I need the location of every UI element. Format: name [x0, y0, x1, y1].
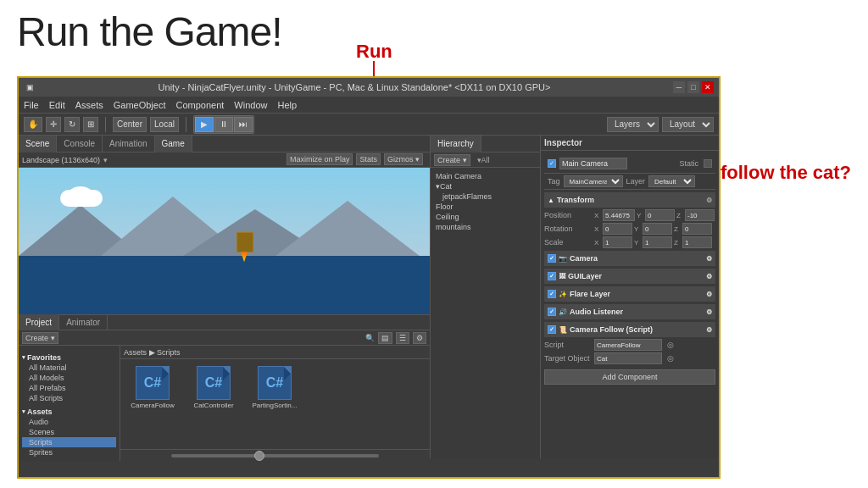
game-viewport [19, 168, 430, 314]
position-row: Position X Y Z [544, 209, 715, 221]
hierarchy-floor[interactable]: Floor [434, 202, 537, 212]
stats-btn[interactable]: Stats [356, 153, 381, 165]
camerafollow-gear[interactable]: ⚙ [706, 326, 712, 334]
menu-assets[interactable]: Assets [75, 100, 103, 110]
project-body: ▾ Favorites All Material All Models [19, 346, 430, 461]
restore-button[interactable]: □ [687, 81, 699, 93]
hierarchy-all[interactable]: ▾All [477, 156, 490, 164]
hierarchy-create-btn[interactable]: Create ▾ [434, 154, 470, 166]
audiolistener-gear[interactable]: ⚙ [706, 308, 712, 316]
rotation-z[interactable] [682, 223, 712, 235]
object-enabled-checkbox[interactable]: ✓ [548, 159, 556, 168]
file-catcontroller[interactable]: C# CatController [188, 366, 239, 409]
tree-scripts[interactable]: Scripts [22, 437, 116, 447]
camera-gear[interactable]: ⚙ [706, 255, 712, 263]
static-checkbox[interactable] [704, 159, 712, 168]
target-icon[interactable]: ◎ [667, 354, 674, 363]
file-label-1: CameraFollow [131, 402, 175, 409]
project-create-btn[interactable]: Create ▾ [22, 332, 58, 344]
camerafollow-component[interactable]: ✓ 📜 Camera Follow (Script) ⚙ [544, 322, 715, 337]
tree-scenes[interactable]: Scenes [22, 427, 116, 437]
center-button[interactable]: Center [113, 117, 147, 132]
menu-window[interactable]: Window [234, 100, 267, 110]
maximize-play-btn[interactable]: Maximize on Play [287, 153, 353, 165]
local-button[interactable]: Local [150, 117, 179, 132]
hierarchy-jetpack[interactable]: jetpackFlames [434, 191, 537, 202]
tree-all-scripts[interactable]: All Scripts [22, 393, 116, 403]
guilayer-component[interactable]: ✓ 🖼 GUILayer ⚙ [544, 269, 715, 284]
transform-section[interactable]: ▲ Transform ⚙ [544, 192, 715, 208]
layer-dropdown[interactable]: Default [648, 175, 695, 187]
tab-console[interactable]: Console [57, 136, 103, 152]
flarelayer-enabled[interactable]: ✓ [548, 290, 556, 298]
camera-enabled[interactable]: ✓ [548, 254, 556, 263]
play-button[interactable]: ▶ [195, 117, 214, 132]
menu-component[interactable]: Component [175, 100, 224, 110]
tab-animation[interactable]: Animation [103, 136, 154, 152]
minimize-button[interactable]: ─ [673, 81, 685, 93]
slider-thumb[interactable] [254, 451, 264, 461]
move-tool[interactable]: ✛ [46, 117, 61, 132]
flarelayer-gear[interactable]: ⚙ [706, 291, 712, 298]
rotate-tool[interactable]: ↻ [64, 117, 80, 132]
project-icon-btn[interactable]: ▤ [378, 332, 392, 344]
flarelayer-component[interactable]: ✓ ✨ Flare Layer ⚙ [544, 286, 715, 302]
menu-gameobject[interactable]: GameObject [114, 100, 166, 110]
rotation-y[interactable] [643, 223, 672, 235]
tag-dropdown[interactable]: MainCamera [564, 175, 623, 187]
script-target-icon[interactable]: ◎ [667, 341, 674, 349]
audiolistener-component[interactable]: ✓ 🔊 Audio Listener ⚙ [544, 304, 715, 319]
add-component-button[interactable]: Add Component [544, 369, 715, 385]
guilayer-enabled[interactable]: ✓ [548, 272, 556, 280]
pause-button[interactable]: ⏸ [214, 117, 233, 132]
project-list-btn[interactable]: ☰ [396, 332, 409, 344]
file-camerafollow[interactable]: C# CameraFollow [127, 366, 178, 409]
layers-dropdown[interactable]: Layers [607, 117, 659, 132]
hierarchy-cat[interactable]: ▾Cat [434, 181, 537, 191]
menu-help[interactable]: Help [277, 100, 297, 110]
hierarchy-mountains[interactable]: mountains [434, 222, 537, 232]
layout-dropdown[interactable]: Layout [662, 117, 714, 132]
scale-tool[interactable]: ⊞ [83, 117, 98, 132]
tree-sprites[interactable]: Sprites [22, 447, 116, 458]
transform-gear[interactable]: ⚙ [706, 197, 712, 204]
rotation-x[interactable] [603, 223, 632, 235]
project-panel: Create ▾ 🔍 ▤ ☰ ⚙ ▾ Favorites [19, 330, 430, 461]
tab-animator[interactable]: Animator [59, 314, 108, 331]
audiolistener-enabled[interactable]: ✓ [548, 308, 556, 316]
project-settings-btn[interactable]: ⚙ [413, 332, 426, 344]
script-field[interactable] [594, 339, 662, 351]
scale-z[interactable] [682, 236, 712, 248]
tab-project[interactable]: Project [19, 314, 59, 331]
slider-track[interactable] [171, 454, 379, 458]
position-z[interactable] [685, 209, 715, 221]
scale-x[interactable] [603, 236, 632, 248]
tree-all-prefabs[interactable]: All Prefabs [22, 383, 116, 393]
hand-tool[interactable]: ✋ [24, 117, 42, 132]
scale-y[interactable] [643, 236, 672, 248]
guilayer-gear[interactable]: ⚙ [706, 273, 712, 280]
tree-all-material[interactable]: All Material [22, 363, 116, 373]
camerafollow-enabled[interactable]: ✓ [548, 325, 556, 334]
tree-audio[interactable]: Audio [22, 417, 116, 427]
position-y[interactable] [645, 209, 675, 221]
script-row: Script ◎ [544, 339, 715, 351]
tree-all-models[interactable]: All Models [22, 373, 116, 383]
tab-hierarchy[interactable]: Hierarchy [431, 136, 481, 152]
step-button[interactable]: ⏭ [234, 117, 253, 132]
gizmos-btn[interactable]: Gizmos ▾ [384, 153, 423, 165]
position-x[interactable] [603, 209, 635, 221]
tab-scene[interactable]: Scene [19, 136, 57, 152]
close-button[interactable]: ✕ [702, 81, 714, 93]
target-field[interactable] [594, 352, 662, 364]
file-partingsortin[interactable]: C# PartingSortin... [249, 366, 300, 409]
hierarchy-ceiling[interactable]: Ceiling [434, 212, 537, 222]
object-name-field[interactable] [559, 158, 627, 169]
viewport-dropdown[interactable]: ▾ [103, 156, 108, 164]
menu-edit[interactable]: Edit [49, 100, 65, 110]
hierarchy-main-camera[interactable]: Main Camera [434, 171, 537, 181]
menu-file[interactable]: File [24, 100, 39, 110]
scene-tab-bar: Scene Console Animation Game [19, 136, 430, 152]
camera-component[interactable]: ✓ 📷 Camera ⚙ [544, 251, 715, 266]
tab-game[interactable]: Game [155, 136, 192, 152]
